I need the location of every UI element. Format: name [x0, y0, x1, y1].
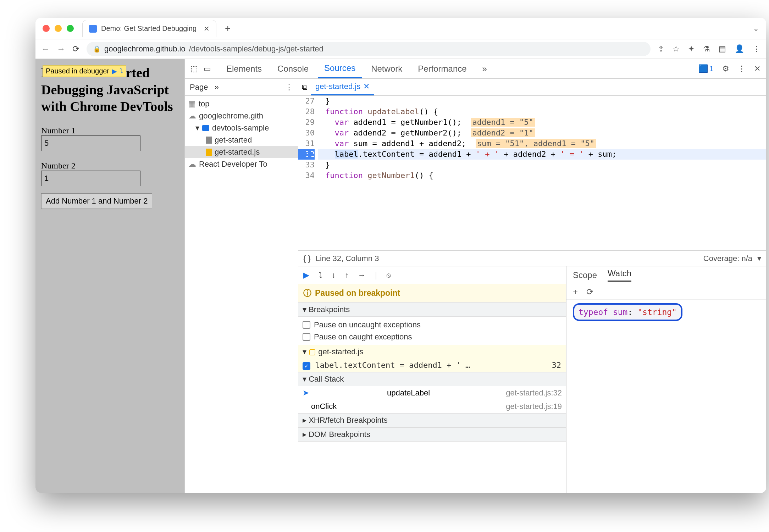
scope-watch-tabs: Scope Watch — [566, 266, 766, 284]
tab-elements[interactable]: Elements — [220, 59, 268, 78]
share-icon[interactable]: ⇪ — [658, 44, 664, 54]
xhr-breakpoints-header[interactable]: ▸ XHR/fetch Breakpoints — [298, 413, 566, 427]
tree-file-html[interactable]: get-started — [185, 134, 298, 146]
close-file-icon[interactable]: ✕ — [363, 82, 370, 91]
overlay-resume-icon[interactable]: ▶ — [112, 67, 117, 75]
browser-tab[interactable]: Demo: Get Started Debugging ✕ — [82, 20, 216, 37]
labs-icon[interactable]: ⚗ — [703, 44, 710, 54]
bookmark-icon[interactable]: ☆ — [673, 44, 680, 54]
paused-overlay-text: Paused in debugger — [46, 67, 109, 75]
tab-console[interactable]: Console — [271, 59, 315, 78]
add-watch-icon[interactable]: + — [573, 287, 578, 297]
inline-hint: addend1 = "5" — [471, 118, 535, 127]
url-path: /devtools-samples/debug-js/get-started — [189, 44, 323, 54]
nav-kebab-icon[interactable]: ⋮ — [285, 83, 293, 92]
nav-more-icon[interactable]: » — [214, 83, 218, 92]
dom-breakpoints-header[interactable]: ▸ DOM Breakpoints — [298, 427, 566, 442]
tab-network[interactable]: Network — [365, 59, 409, 78]
devtools-panel: ⬚ ▭ Elements Console Sources Network Per… — [184, 59, 766, 493]
step-over-button[interactable]: ⤵ — [319, 271, 322, 280]
file-tab-get-started-js[interactable]: get-started.js ✕ — [311, 79, 374, 95]
issues-badge[interactable]: 🟦 1 — [698, 64, 714, 73]
tabs-more-icon[interactable]: » — [476, 59, 493, 78]
step-into-button[interactable]: ↓ — [332, 271, 336, 280]
back-button[interactable]: ← — [41, 44, 50, 54]
device-icon[interactable]: ▭ — [204, 64, 211, 73]
forward-button: → — [57, 44, 65, 54]
callstack-frame[interactable]: onClickget-started.js:19 — [298, 400, 566, 413]
tab-performance[interactable]: Performance — [411, 59, 473, 78]
close-tab-icon[interactable]: ✕ — [204, 24, 210, 33]
input-number-1[interactable] — [41, 135, 140, 151]
tab-watch[interactable]: Watch — [608, 268, 631, 282]
breakpoint-file[interactable]: ▾ ▢ get-started.js — [298, 345, 566, 359]
debugger-toolbar: ▶ ⤵ ↓ ↑ → | ⍉ — [298, 266, 566, 284]
sidepanel-icon[interactable]: ▤ — [719, 44, 726, 54]
minimize-window-button[interactable] — [55, 25, 62, 32]
tab-title: Demo: Get Started Debugging — [101, 24, 197, 33]
tabs-overflow-icon[interactable]: ⌄ — [753, 24, 759, 33]
step-button[interactable]: → — [358, 271, 366, 280]
step-out-button[interactable]: ↑ — [345, 271, 349, 280]
editor-status: { } Line 32, Column 3 Coverage: n/a ▾ — [298, 250, 766, 266]
favicon — [89, 25, 97, 33]
paused-message: ⓘ Paused on breakpoint — [298, 284, 566, 303]
inline-hint: sum = "51", addend1 = "5" — [476, 139, 596, 148]
url-host: googlechrome.github.io — [104, 44, 186, 54]
editor-file-tabs: ⧉ get-started.js ✕ — [298, 79, 766, 96]
input-number-2[interactable] — [41, 171, 140, 186]
reload-button[interactable]: ⟳ — [72, 44, 79, 54]
tab-scope[interactable]: Scope — [573, 270, 597, 280]
coverage-toggle-icon[interactable]: ▾ — [757, 254, 761, 263]
breakpoint-entry[interactable]: ✓ label.textContent = addend1 + ' … 32 — [298, 359, 566, 372]
refresh-watch-icon[interactable]: ⟳ — [586, 287, 593, 297]
inline-hint: addend2 = "1" — [471, 128, 535, 137]
paused-overlay: Paused in debugger ▶ ⤵ — [43, 65, 126, 77]
overlay-step-icon[interactable]: ⤵ — [120, 67, 123, 75]
cursor-position: Line 32, Column 3 — [316, 254, 379, 263]
inspect-icon[interactable]: ⬚ — [190, 64, 198, 73]
close-devtools-icon[interactable]: ✕ — [754, 64, 760, 73]
close-window-button[interactable] — [43, 25, 50, 32]
callstack-header[interactable]: ▾ Call Stack — [298, 372, 566, 386]
deactivate-breakpoints-button[interactable]: ⍉ — [386, 271, 391, 280]
breakpoints-header[interactable]: ▾ Breakpoints — [298, 303, 566, 317]
extensions-icon[interactable]: ✦ — [688, 44, 695, 54]
watch-expression[interactable]: typeof sum: "string" — [573, 303, 682, 321]
window-controls — [43, 25, 74, 32]
profile-icon[interactable]: 👤 — [735, 44, 744, 54]
tab-sources[interactable]: Sources — [318, 59, 362, 78]
pretty-print-icon[interactable]: { } — [303, 254, 311, 263]
new-tab-button[interactable]: + — [225, 23, 231, 34]
address-bar: ← → ⟳ 🔒 googlechrome.github.io/devtools-… — [35, 39, 766, 59]
titlebar: Demo: Get Started Debugging ✕ + ⌄ — [35, 18, 766, 39]
settings-icon[interactable]: ⚙ — [722, 64, 729, 73]
resume-button[interactable]: ▶ — [303, 271, 309, 280]
tree-file-js[interactable]: get-started.js — [185, 146, 298, 158]
nav-tab-page[interactable]: Page — [190, 83, 208, 92]
add-button[interactable]: Add Number 1 and Number 2 — [41, 193, 152, 209]
code-editor[interactable]: 27 28 29 30 31 32 33 34 } function updat… — [298, 96, 766, 250]
maximize-window-button[interactable] — [67, 25, 74, 32]
tree-extension[interactable]: React Developer To — [185, 158, 298, 170]
devtools-tabs: ⬚ ▭ Elements Console Sources Network Per… — [185, 59, 766, 79]
tree-folder[interactable]: ▾ devtools-sample — [185, 122, 298, 134]
coverage-status: Coverage: n/a — [703, 254, 752, 263]
label-number-2: Number 2 — [41, 161, 179, 171]
execution-line-marker[interactable]: 32 — [298, 149, 315, 160]
pause-caught-checkbox[interactable]: Pause on caught exceptions — [303, 331, 562, 343]
page-viewport: Paused in debugger ▶ ⤵ Demo: Get Started… — [35, 59, 184, 493]
pause-uncaught-checkbox[interactable]: Pause on uncaught exceptions — [303, 319, 562, 331]
lock-icon: 🔒 — [93, 45, 101, 53]
menu-icon[interactable]: ⋮ — [753, 44, 760, 54]
kebab-icon[interactable]: ⋮ — [738, 64, 746, 73]
toggle-navigator-icon[interactable]: ⧉ — [302, 83, 308, 92]
browser-window: Demo: Get Started Debugging ✕ + ⌄ ← → ⟳ … — [35, 18, 766, 493]
label-number-1: Number 1 — [41, 126, 179, 135]
tree-domain[interactable]: googlechrome.gith — [185, 110, 298, 122]
sources-navigator: Page » ⋮ top googlechrome.gith ▾ devtool… — [185, 79, 298, 493]
tree-top[interactable]: top — [185, 98, 298, 110]
url-field[interactable]: 🔒 googlechrome.github.io/devtools-sample… — [87, 42, 651, 56]
callstack-frame[interactable]: updateLabelget-started.js:32 — [298, 386, 566, 400]
info-icon: ⓘ — [303, 288, 311, 299]
